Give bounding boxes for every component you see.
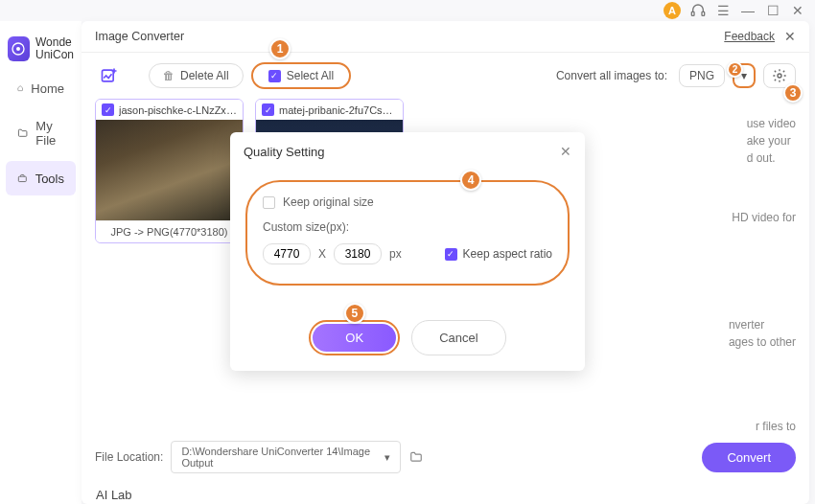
file-location-dropdown[interactable]: D:\Wondershare UniConverter 14\Image Out… <box>171 441 401 473</box>
support-icon[interactable] <box>690 3 706 18</box>
dialog-title: Quality Setting <box>244 145 325 159</box>
sidebar: Wonde UniCon Home My File Tools <box>0 21 82 504</box>
svg-rect-0 <box>691 11 694 15</box>
thumbnail-filename: matej-pribanic-2fu7CskIT... <box>279 104 397 116</box>
bottom-bar: File Location: D:\Wondershare UniConvert… <box>82 431 809 483</box>
thumbnail-preview <box>96 120 243 220</box>
delete-all-button[interactable]: 🗑 Delete All <box>149 63 244 88</box>
ai-lab-label: AI Lab <box>96 488 132 502</box>
thumbnail-item[interactable]: ✓ jason-pischke-c-LNzZxJtZ... JPG -> PNG… <box>95 99 244 243</box>
select-all-label: Select All <box>287 69 334 82</box>
keep-original-label: Keep original size <box>283 195 374 209</box>
user-avatar[interactable]: A <box>664 2 681 19</box>
convert-button[interactable]: Convert <box>702 443 796 472</box>
brand-text: Wonde UniCon <box>35 36 74 61</box>
feedback-link[interactable]: Feedback <box>724 30 775 43</box>
checkbox-checked-icon: ✓ <box>268 70 281 82</box>
svg-rect-1 <box>702 11 705 15</box>
format-expand-button[interactable]: ▾ 2 <box>733 63 756 88</box>
brand: Wonde UniCon <box>0 31 82 67</box>
custom-size-section: 4 Keep original size Custom size(px): X … <box>245 180 570 286</box>
maximize-icon[interactable]: ☐ <box>765 3 780 18</box>
quality-settings-button[interactable]: 3 <box>763 63 796 88</box>
toolbar: 🗑 Delete All ✓ Select All 1 Convert all … <box>82 53 809 99</box>
add-images-button[interactable] <box>95 62 124 89</box>
sidebar-item-tools[interactable]: Tools <box>6 161 76 195</box>
dialog-footer: 5 OK Cancel <box>230 305 585 371</box>
dialog-header: Quality Setting ✕ <box>230 132 585 171</box>
checkbox-checked-icon[interactable]: ✓ <box>102 103 114 116</box>
menu-icon[interactable]: ☰ <box>715 3 731 18</box>
svg-rect-5 <box>103 70 114 81</box>
svg-point-3 <box>16 47 20 51</box>
thumbnail-filename: jason-pischke-c-LNzZxJtZ... <box>119 104 237 116</box>
keep-ratio-label: Keep aspect ratio <box>463 247 552 261</box>
sidebar-item-label: My File <box>35 119 64 148</box>
convert-to-label: Convert all images to: <box>556 69 667 82</box>
brand-logo-icon <box>8 36 30 61</box>
tutorial-tag-1: 1 <box>269 38 291 59</box>
toolbox-icon <box>17 171 28 186</box>
trash-icon: 🗑 <box>163 69 175 82</box>
sidebar-item-label: Tools <box>35 172 64 186</box>
folder-icon <box>17 126 28 141</box>
folder-icon <box>408 450 424 464</box>
delete-all-label: Delete All <box>180 69 229 82</box>
gear-icon <box>772 68 787 83</box>
sidebar-item-label: Home <box>31 81 64 96</box>
tutorial-tag-3: 3 <box>783 83 803 103</box>
panel-header: Image Converter Feedback ✕ <box>82 21 809 53</box>
tutorial-tag-2: 2 <box>727 61 743 78</box>
format-value: PNG <box>689 69 714 82</box>
keep-original-checkbox[interactable] <box>263 196 275 209</box>
sidebar-item-home[interactable]: Home <box>6 71 76 105</box>
chevron-down-icon: ▾ <box>384 451 390 464</box>
dimension-x: X <box>318 247 326 261</box>
window-titlebar: A ☰ — ☐ ✕ <box>654 0 815 21</box>
svg-point-6 <box>778 74 781 78</box>
tutorial-tag-4: 4 <box>460 170 481 191</box>
close-dialog-icon[interactable]: ✕ <box>560 144 571 159</box>
panel-title: Image Converter <box>95 30 724 43</box>
file-location-label: File Location: <box>95 450 163 464</box>
ok-highlight: 5 OK <box>309 320 400 355</box>
format-dropdown[interactable]: PNG <box>679 64 725 87</box>
cancel-button[interactable]: Cancel <box>411 320 505 355</box>
sidebar-item-myfiles[interactable]: My File <box>6 109 76 157</box>
file-location-path: D:\Wondershare UniConverter 14\Image Out… <box>181 446 384 469</box>
ok-button[interactable]: OK <box>313 324 396 352</box>
width-input[interactable] <box>263 243 311 264</box>
svg-rect-4 <box>18 177 26 182</box>
checkbox-checked-icon[interactable]: ✓ <box>262 103 274 116</box>
keep-ratio-checkbox[interactable]: ✓ <box>445 248 457 261</box>
open-folder-button[interactable] <box>408 450 424 464</box>
quality-setting-dialog: Quality Setting ✕ 4 Keep original size C… <box>230 132 585 371</box>
px-label: px <box>389 247 402 261</box>
add-image-icon <box>100 66 119 85</box>
minimize-icon[interactable]: — <box>740 3 756 18</box>
height-input[interactable] <box>334 243 382 264</box>
background-text: nverter ages to other <box>715 307 809 360</box>
home-icon <box>17 80 23 96</box>
close-panel-icon[interactable]: ✕ <box>784 29 796 44</box>
select-all-button[interactable]: ✓ Select All <box>251 62 351 89</box>
background-text: HD video for <box>718 199 809 236</box>
tutorial-tag-5: 5 <box>344 303 365 324</box>
custom-size-label: Custom size(px): <box>263 220 552 234</box>
close-window-icon[interactable]: ✕ <box>790 3 805 18</box>
background-text: use video ake your d out. <box>734 105 809 176</box>
thumbnail-footer: JPG -> PNG(4770*3180) <box>96 220 243 242</box>
